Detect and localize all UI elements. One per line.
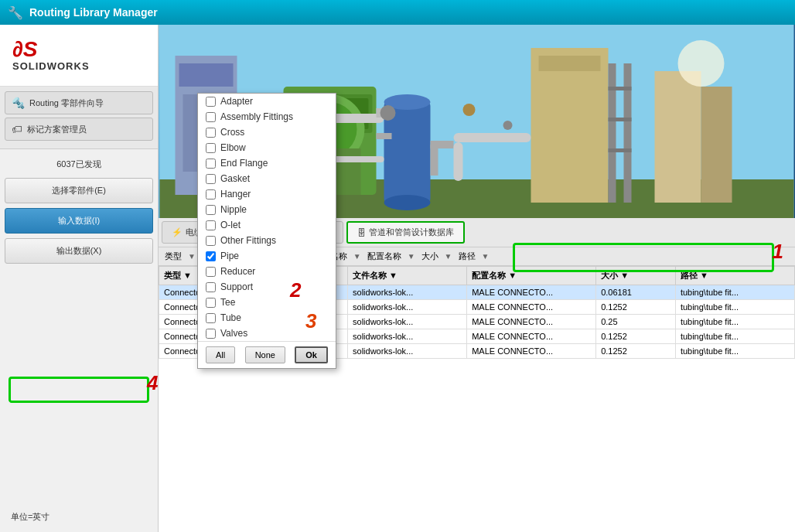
checkbox-assembly-fittings[interactable] xyxy=(206,112,216,122)
sidebar: ∂S SOLIDWORKS 🔩 Routing 零部件向导 🏷 标记方案管理员 … xyxy=(0,25,159,532)
popup-item-assembly-fittings[interactable]: Assembly Fittings xyxy=(198,109,336,124)
svg-point-30 xyxy=(380,105,396,121)
checkbox-o-let[interactable] xyxy=(206,220,216,230)
type-label: 类型 xyxy=(165,251,182,262)
size-label: 大小 xyxy=(421,251,438,262)
label-icon: 🏷 xyxy=(12,123,22,135)
unit-text: 单位=英寸 xyxy=(5,508,153,526)
routing-wizard-btn[interactable]: 🔩 Routing 零部件向导 xyxy=(5,91,153,114)
checkbox-support[interactable] xyxy=(206,282,216,292)
checkbox-gasket[interactable] xyxy=(206,174,216,184)
checkbox-tee[interactable] xyxy=(206,298,216,308)
all-button[interactable]: All xyxy=(206,346,235,363)
svg-rect-18 xyxy=(431,145,438,176)
cell-size: 0.1252 xyxy=(596,300,676,315)
col-header-path: 路径 ▼ xyxy=(675,267,794,285)
svg-rect-16 xyxy=(377,133,392,139)
filter-icon-path: ▼ xyxy=(482,252,490,261)
cell-config: MALE CONNECTO... xyxy=(467,344,596,359)
import-data-btn[interactable]: 输入数据(I) xyxy=(5,208,153,234)
popup-item-adapter[interactable]: Adapter xyxy=(198,94,336,109)
checkbox-cross[interactable] xyxy=(206,128,216,138)
title-bar: 🔧 Routing Library Manager xyxy=(0,0,795,25)
svg-rect-3 xyxy=(179,63,234,87)
cell-config: MALE CONNECTO... xyxy=(467,300,596,315)
cell-size: 0.1252 xyxy=(596,344,676,359)
pipeline-db-btn[interactable]: 🗄 管道和管筒设计数据库 xyxy=(346,221,465,244)
popup-item-hanger[interactable]: Hanger xyxy=(198,186,336,202)
cell-file: solidworks-lok... xyxy=(348,315,467,329)
popup-item-elbow[interactable]: Elbow xyxy=(198,140,336,155)
checkbox-tube[interactable] xyxy=(206,313,216,323)
cell-config: MALE CONNECTO... xyxy=(467,285,596,300)
ok-button[interactable]: Ok xyxy=(295,346,328,363)
filter-icon-config: ▼ xyxy=(408,252,415,261)
popup-item-nipple[interactable]: Nipple xyxy=(198,202,336,217)
checkbox-nipple[interactable] xyxy=(206,205,216,215)
checkbox-valves[interactable] xyxy=(206,329,216,339)
checkbox-reducer[interactable] xyxy=(206,267,216,277)
select-parts-btn[interactable]: 选择零部件(E) xyxy=(5,178,153,203)
filter-icon-file: ▼ xyxy=(353,252,361,261)
export-data-label: 输出数据(X) xyxy=(56,246,102,255)
popup-item-tube[interactable]: Tube xyxy=(198,310,336,326)
svg-rect-21 xyxy=(609,63,616,203)
checkbox-end-flange[interactable] xyxy=(206,159,216,169)
checkbox-hanger[interactable] xyxy=(206,189,216,200)
svg-rect-26 xyxy=(655,71,701,203)
cell-path: tubing\tube fit... xyxy=(675,285,794,300)
popup-item-o-let[interactable]: O-let xyxy=(198,217,336,233)
sw-icon: ∂S xyxy=(12,39,38,60)
path-label: 路径 xyxy=(459,251,476,262)
cell-size: 0.06181 xyxy=(596,285,676,300)
col-header-file: 文件名称 ▼ xyxy=(348,267,467,285)
routing-wizard-label: Routing 零部件向导 xyxy=(29,97,104,109)
app-title: Routing Library Manager xyxy=(29,6,158,19)
checkbox-other-fittings[interactable] xyxy=(206,236,216,246)
none-button[interactable]: None xyxy=(245,346,285,363)
filter-th-type: ▼ xyxy=(183,271,192,280)
cell-size: 0.1252 xyxy=(596,329,676,344)
svg-point-36 xyxy=(678,40,725,87)
popup-item-other-fittings[interactable]: Other Fittings xyxy=(198,233,336,248)
popup-item-cross[interactable]: Cross xyxy=(198,124,336,140)
svg-rect-23 xyxy=(609,87,632,90)
col-header-size: 大小 ▼ xyxy=(596,267,676,285)
checkbox-elbow[interactable] xyxy=(206,143,216,153)
cell-file: solidworks-lok... xyxy=(348,329,467,344)
checkbox-adapter[interactable] xyxy=(206,97,216,107)
export-data-btn[interactable]: 输出数据(X) xyxy=(5,238,153,264)
popup-item-support[interactable]: Support xyxy=(198,279,336,295)
svg-rect-20 xyxy=(539,56,601,71)
svg-rect-33 xyxy=(454,142,463,181)
cell-file: solidworks-lok... xyxy=(348,344,467,359)
config-label: 配置名称 xyxy=(367,251,401,262)
cell-path: tubing\tube fit... xyxy=(675,300,794,315)
type-filter-popup: AdapterAssembly FittingsCrossElbowEnd Fl… xyxy=(197,93,336,369)
pipeline-db-label: 管道和管筒设计数据库 xyxy=(369,227,454,238)
count-text: 6037已发现 xyxy=(5,155,153,173)
cell-path: tubing\tube fit... xyxy=(675,315,794,329)
svg-point-15 xyxy=(384,195,431,210)
cable-icon: ⚡ xyxy=(172,227,183,237)
checkbox-pipe[interactable] xyxy=(206,251,216,261)
popup-item-gasket[interactable]: Gasket xyxy=(198,171,336,186)
popup-item-tee[interactable]: Tee xyxy=(198,295,336,310)
cell-file: solidworks-lok... xyxy=(348,300,467,315)
svg-rect-25 xyxy=(609,148,632,152)
main-container: ∂S SOLIDWORKS 🔩 Routing 零部件向导 🏷 标记方案管理员 … xyxy=(0,25,795,532)
labeling-btn[interactable]: 🏷 标记方案管理员 xyxy=(5,118,153,141)
popup-item-end-flange[interactable]: End Flange xyxy=(198,155,336,171)
cell-file: solidworks-lok... xyxy=(348,285,467,300)
popup-item-valves[interactable]: Valves xyxy=(198,326,336,341)
select-parts-label: 选择零部件(E) xyxy=(52,186,106,195)
app-icon: 🔧 xyxy=(8,5,23,20)
svg-point-34 xyxy=(463,104,476,116)
action-section: 6037已发现 选择零部件(E) 输入数据(I) 输出数据(X) 单位=英寸 xyxy=(0,149,158,532)
popup-footer: AllNoneOk xyxy=(198,341,336,368)
logo-area: ∂S SOLIDWORKS xyxy=(0,25,158,87)
nav-section: 🔩 Routing 零部件向导 🏷 标记方案管理员 xyxy=(0,87,158,149)
popup-item-reducer[interactable]: Reducer xyxy=(198,264,336,279)
popup-item-pipe[interactable]: Pipe xyxy=(198,248,336,264)
routing-icon: 🔩 xyxy=(12,97,25,109)
